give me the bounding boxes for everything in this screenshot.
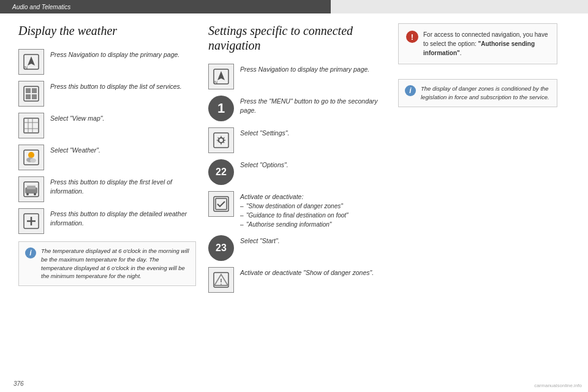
info-icon: i	[25, 247, 36, 258]
circle-1: 1	[208, 96, 234, 121]
mid-gear-icon-box	[208, 127, 234, 153]
mid-warning-icon-box	[208, 267, 234, 293]
right-info-box: i The display of danger zones is conditi…	[398, 79, 557, 107]
mid-step-gear: Select "Settings".	[208, 127, 386, 153]
step-level1-text: Press this button to display the first l…	[50, 176, 196, 196]
main-content: Display the weather N Press Navigation t…	[0, 17, 588, 392]
nav-icon-box: N	[18, 49, 44, 75]
right-info-text: The display of danger zones is condition…	[421, 85, 551, 102]
menu-icon	[23, 85, 40, 102]
plus-icon	[23, 213, 40, 230]
circle-23: 23	[208, 235, 234, 261]
svg-rect-28	[214, 133, 228, 148]
right-column: ! For access to connected navigation, yo…	[398, 23, 557, 386]
page-number: 376	[13, 380, 24, 387]
svg-rect-31	[216, 198, 227, 209]
svg-rect-5	[32, 88, 37, 93]
weather-icon	[23, 149, 40, 166]
mid-step-1: 1 Press the "MENU" button to go to the s…	[208, 96, 386, 121]
step-level1: Press this button to display the first l…	[18, 176, 196, 202]
left-info-box: i The temperature displayed at 6 o'clock…	[18, 241, 196, 286]
top-bar: Audio and Telematics	[0, 0, 588, 13]
mid-step-22-text: Select "Options".	[240, 159, 288, 170]
map-icon	[23, 117, 40, 134]
top-bar-right-bg	[331, 0, 588, 13]
svg-text:N: N	[214, 80, 217, 85]
svg-text:N: N	[24, 66, 28, 70]
left-info-text: The temperature displayed at 6 o'clock i…	[41, 247, 189, 281]
right-info-icon: i	[405, 85, 416, 96]
mid-step-23: 23 Select "Start".	[208, 235, 386, 261]
alert-emphasis: "Authorise sending information"	[423, 40, 535, 56]
car-icon-box	[18, 176, 44, 202]
circle-22: 22	[208, 159, 234, 185]
svg-point-14	[28, 152, 34, 158]
bullet-2: "Guidance to final destination on foot"	[240, 211, 349, 220]
svg-point-21	[34, 193, 36, 195]
weather-icon-box	[18, 145, 44, 170]
step-nav-1-text: Press Navigation to display the primary …	[50, 49, 179, 59]
mid-step-1-text: Press the "MENU" button to go to the sec…	[240, 96, 386, 115]
mid-step-check: Activate or deactivate: "Show destinatio…	[208, 191, 386, 229]
alert-box-text: For access to connected navigation, you …	[423, 30, 549, 58]
svg-point-35	[221, 284, 222, 285]
step-map: Select "View map".	[18, 113, 196, 138]
bullet-3: "Authorise sending information"	[240, 220, 349, 229]
menu-icon-box	[18, 81, 44, 107]
mid-step-22: 22 Select "Options".	[208, 159, 386, 185]
step-menu: Press this button to display the list of…	[18, 81, 196, 107]
svg-rect-4	[26, 88, 31, 93]
mid-checkbox-icon	[213, 195, 230, 213]
bullet-1: "Show destination of danger zones"	[240, 202, 349, 211]
svg-point-20	[26, 193, 29, 195]
step-weather: Select "Weather".	[18, 145, 196, 170]
step-menu-text: Press this button to display the list of…	[50, 81, 182, 91]
step-detail: Press this button to display the detaile…	[18, 208, 196, 234]
svg-point-29	[219, 138, 224, 143]
mid-step-warn: Activate or deactivate "Show of danger z…	[208, 267, 386, 293]
navigation-icon: N	[23, 53, 40, 70]
mid-warning-icon	[213, 271, 230, 288]
step-nav-1: N Press Navigation to display the primar…	[18, 49, 196, 75]
map-icon-box	[18, 113, 44, 138]
svg-rect-7	[32, 94, 37, 99]
bullet-list: "Show destination of danger zones" "Guid…	[240, 202, 349, 229]
mid-nav-icon-box: N	[208, 64, 234, 89]
left-column: Display the weather N Press Navigation t…	[18, 23, 208, 386]
top-bar-title: Audio and Telematics	[12, 4, 70, 10]
left-section-title: Display the weather	[18, 23, 196, 38]
step-detail-text: Press this button to display the detaile…	[50, 208, 196, 228]
svg-rect-6	[26, 94, 31, 99]
svg-marker-1	[28, 56, 35, 66]
watermark: carmanualsonline.info	[534, 383, 582, 388]
middle-column: Settings specific to connected navigatio…	[208, 23, 398, 386]
mid-step-23-text: Select "Start".	[240, 235, 280, 246]
step-map-text: Select "View map".	[50, 113, 104, 123]
mid-warn-text: Activate or deactivate "Show of danger z…	[240, 267, 374, 277]
alert-box: ! For access to connected navigation, yo…	[398, 23, 557, 64]
mid-step-nav: N Press Navigation to display the primar…	[208, 64, 386, 89]
svg-marker-26	[217, 71, 225, 80]
exclamation-icon: !	[406, 31, 418, 43]
mid-navigation-icon: N	[213, 68, 230, 85]
middle-section-title: Settings specific to connected navigatio…	[208, 23, 386, 53]
car-icon	[23, 181, 40, 198]
mid-check-text: Activate or deactivate: "Show destinatio…	[240, 191, 349, 229]
mid-checkbox-icon-box	[208, 191, 234, 217]
mid-gear-text: Select "Settings".	[240, 127, 289, 138]
mid-gear-icon	[213, 132, 230, 149]
step-weather-text: Select "Weather".	[50, 145, 100, 155]
mid-nav-text: Press Navigation to display the primary …	[240, 64, 369, 74]
svg-point-16	[30, 159, 36, 163]
svg-rect-19	[27, 186, 36, 189]
plus-icon-box	[18, 208, 44, 234]
svg-rect-8	[24, 118, 39, 133]
